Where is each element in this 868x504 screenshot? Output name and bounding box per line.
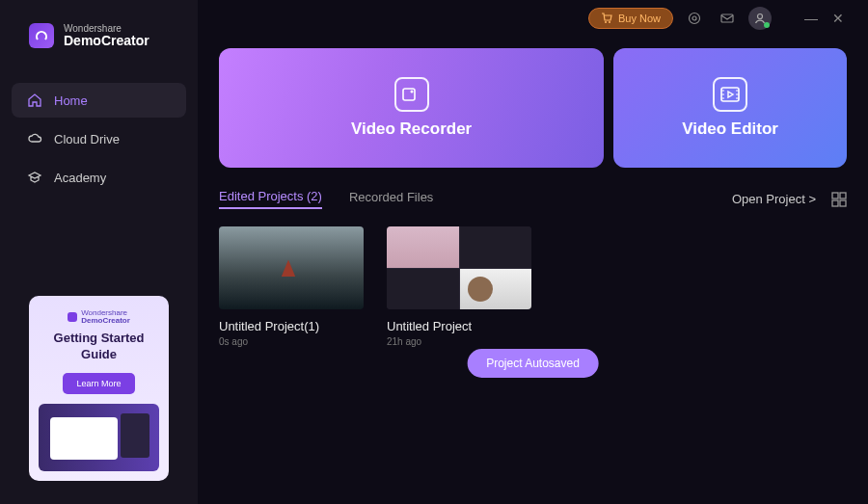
tab-recorded-files[interactable]: Recorded Files (349, 190, 433, 208)
promo-logo: Wondershare DemoCreator (39, 309, 159, 325)
promo-learn-more-button[interactable]: Learn More (63, 373, 134, 394)
home-icon (27, 93, 42, 108)
svg-rect-6 (403, 89, 415, 100)
project-item[interactable]: Untitled Project 21h ago (387, 226, 531, 347)
sidebar-item-label: Academy (54, 171, 106, 185)
cloud-icon (27, 131, 42, 146)
autosave-toast: Project Autosaved (467, 349, 599, 378)
svg-rect-15 (832, 193, 838, 199)
sidebar-item-academy[interactable]: Academy (12, 160, 186, 195)
recorder-title: Video Recorder (351, 119, 472, 139)
sidebar-item-label: Cloud Drive (54, 132, 120, 146)
svg-point-0 (605, 21, 607, 23)
sidebar: Wondershare DemoCreator Home Cloud Drive… (0, 0, 198, 504)
close-button[interactable]: ✕ (829, 11, 847, 26)
editor-title: Video Editor (682, 119, 778, 139)
brand-main: DemoCreator (64, 34, 149, 48)
app-logo: Wondershare DemoCreator (0, 23, 198, 71)
svg-point-5 (758, 14, 763, 19)
svg-point-7 (410, 91, 413, 93)
minimize-button[interactable]: — (802, 11, 820, 26)
user-avatar[interactable] (748, 7, 772, 30)
main-area: Buy Now — ✕ Video Recorder Video Editor (198, 0, 868, 504)
open-project-button[interactable]: Open Project > (732, 192, 816, 206)
video-recorder-card[interactable]: Video Recorder (219, 48, 604, 168)
promo-logo-main: DemoCreator (81, 317, 130, 325)
recorder-icon (394, 77, 429, 112)
project-thumbnail (387, 226, 531, 309)
titlebar: Buy Now — ✕ (219, 0, 847, 37)
svg-point-2 (690, 13, 700, 24)
svg-point-1 (609, 21, 610, 23)
buy-now-button[interactable]: Buy Now (588, 8, 673, 29)
settings-icon[interactable] (683, 7, 706, 30)
project-list: Untitled Project(1) 0s ago Untitled Proj… (219, 226, 847, 347)
project-title: Untitled Project(1) (219, 319, 364, 333)
tab-edited-projects[interactable]: Edited Projects (2) (219, 189, 322, 209)
svg-rect-17 (832, 200, 838, 206)
grid-view-icon[interactable] (831, 192, 847, 207)
svg-rect-18 (840, 200, 846, 206)
svg-rect-4 (721, 14, 733, 22)
editor-icon (713, 77, 747, 112)
logo-icon (29, 23, 54, 48)
academy-icon (27, 170, 42, 185)
sidebar-item-home[interactable]: Home (12, 83, 186, 118)
project-time: 21h ago (387, 336, 531, 347)
promo-title: Getting Started Guide (39, 331, 159, 363)
tabbar: Edited Projects (2) Recorded Files Open … (219, 189, 847, 209)
sidebar-item-cloud[interactable]: Cloud Drive (12, 121, 186, 156)
project-item[interactable]: Untitled Project(1) 0s ago (219, 226, 364, 347)
cart-icon (601, 13, 612, 24)
video-editor-card[interactable]: Video Editor (613, 48, 847, 168)
sidebar-item-label: Home (54, 93, 88, 108)
promo-card[interactable]: Wondershare DemoCreator Getting Started … (29, 296, 169, 481)
svg-rect-16 (840, 193, 846, 199)
project-time: 0s ago (219, 336, 364, 347)
project-thumbnail (219, 226, 364, 309)
promo-illustration (39, 404, 159, 471)
mail-icon[interactable] (716, 7, 739, 30)
buy-label: Buy Now (618, 13, 661, 24)
project-title: Untitled Project (387, 319, 531, 333)
svg-point-3 (692, 16, 696, 20)
